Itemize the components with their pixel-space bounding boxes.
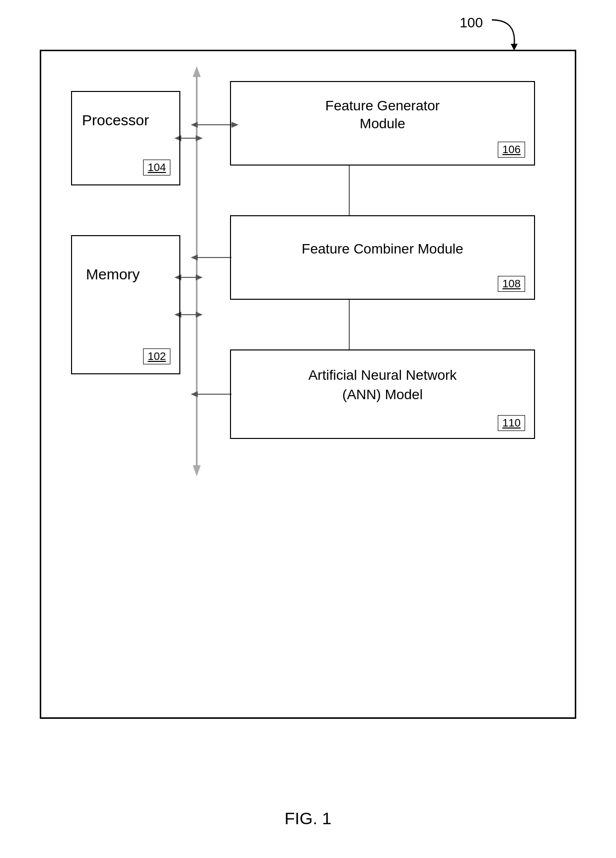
svg-marker-27 — [191, 391, 198, 397]
ref-102: 102 — [143, 348, 170, 364]
processor-box: Processor 104 — [71, 91, 180, 185]
ref-108: 108 — [498, 276, 525, 292]
ann-model-label: Artificial Neural Network(ANN) Model — [231, 365, 534, 404]
memory-label: Memory — [86, 266, 140, 283]
fig-label: FIG. 1 — [285, 809, 331, 828]
ref-100-arrow — [487, 15, 527, 55]
ref-100-label: 100 — [460, 15, 483, 31]
memory-box: Memory 102 — [71, 235, 180, 374]
processor-label: Processor — [82, 112, 149, 129]
svg-marker-12 — [196, 135, 203, 141]
ref-100-area: 100 — [460, 15, 527, 55]
svg-marker-9 — [193, 465, 201, 476]
feature-generator-box: Feature GeneratorModule 106 — [230, 81, 535, 166]
feature-generator-label: Feature GeneratorModule — [231, 97, 534, 133]
svg-marker-18 — [196, 312, 203, 318]
svg-marker-8 — [193, 66, 201, 77]
page: 100 — [0, 0, 616, 858]
feature-combiner-label: Feature Combiner Module — [231, 241, 534, 257]
ref-104: 104 — [143, 160, 170, 175]
ref-110: 110 — [498, 415, 525, 431]
svg-marker-15 — [196, 274, 203, 280]
ref-106: 106 — [498, 142, 525, 158]
diagram-outer-box: Processor 104 Memory 102 Feature Generat… — [40, 50, 576, 719]
feature-combiner-box: Feature Combiner Module 108 — [230, 215, 535, 300]
svg-marker-24 — [191, 255, 198, 260]
svg-marker-20 — [191, 122, 198, 128]
ann-model-box: Artificial Neural Network(ANN) Model 110 — [230, 349, 535, 439]
